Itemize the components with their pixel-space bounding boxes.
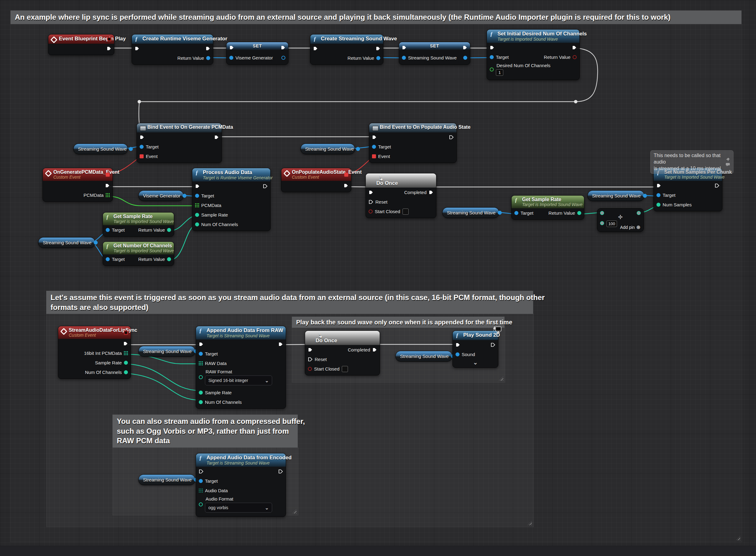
variable-pill-streaming-sound-wave[interactable]: Streaming Sound Wave — [395, 351, 453, 361]
target-pin[interactable] — [372, 145, 376, 149]
comment-title-main[interactable]: An example where lip sync is performed w… — [10, 10, 742, 24]
comment-title-compressed[interactable]: You can also stream audio from a compres… — [112, 415, 298, 448]
start-closed-pin[interactable] — [369, 209, 372, 213]
node-set-viseme-generator[interactable]: SET Viseme Generator — [226, 42, 289, 65]
exec-out-pin[interactable] — [123, 341, 128, 346]
sample-rate-pin[interactable] — [199, 391, 203, 394]
node-onpopulateaudiostate-event[interactable]: OnPopulateAudioState_Event Custom Event — [281, 168, 351, 192]
node-play-sound-2d[interactable]: ƒ Play Sound 2D Sound ⌄ — [453, 331, 498, 368]
node-set-streaming-sound-wave[interactable]: SET Streaming Sound Wave — [399, 42, 470, 65]
divide-b-input[interactable]: 100 — [606, 220, 617, 227]
variable-out-pin[interactable] — [498, 211, 502, 215]
return-value-pin[interactable] — [376, 56, 380, 60]
node-set-num-samples-per-chunk[interactable]: ƒ Set Num Samples Per Chunk Target is Im… — [653, 168, 722, 211]
audio-format-pin[interactable] — [199, 502, 203, 507]
node-append-audio-data-from-encoded[interactable]: ƒ Append Audio Data from Encoded Target … — [196, 453, 286, 517]
node-set-initial-desired-num-of-channels[interactable]: ƒ Set Initial Desired Num Of Channels Ta… — [487, 29, 580, 80]
target-pin[interactable] — [514, 211, 518, 215]
exec-out-pin[interactable] — [343, 183, 348, 188]
exec-out-pin[interactable] — [572, 45, 577, 50]
node-divide[interactable]: 100 ÷ Add pin⊕ — [597, 208, 644, 232]
pin-icon[interactable] — [726, 158, 730, 162]
return-value-pin[interactable] — [167, 257, 171, 261]
sample-rate-pin[interactable] — [124, 361, 128, 365]
return-value-pin[interactable] — [577, 211, 581, 215]
exec-in-pin[interactable] — [199, 469, 203, 474]
exec-in-pin[interactable] — [369, 190, 373, 195]
variable-pill-streaming-sound-wave[interactable]: Streaming Sound Wave — [138, 474, 195, 485]
target-pin[interactable] — [656, 193, 660, 197]
node-process-audio-data[interactable]: ƒ Process Audio Data Target is Runtime V… — [192, 168, 271, 231]
exec-out-pin[interactable] — [449, 135, 454, 140]
exec-out-pin[interactable] — [278, 342, 283, 347]
raw-data-array-pin[interactable] — [199, 361, 203, 365]
exec-in-pin[interactable] — [402, 45, 406, 50]
variable-pill-streaming-sound-wave[interactable]: Streaming Sound Wave — [73, 143, 128, 154]
num-samples-pin[interactable] — [656, 203, 660, 207]
num-of-channels-pin[interactable] — [124, 370, 128, 374]
target-pin[interactable] — [199, 479, 203, 483]
exec-out-pin[interactable] — [715, 183, 719, 188]
return-value-pin[interactable] — [572, 55, 577, 59]
exec-out-pin[interactable] — [105, 183, 110, 188]
target-pin[interactable] — [195, 194, 199, 198]
completed-exec-pin[interactable] — [429, 190, 433, 195]
node-do-once-1[interactable]: 1➜ Do Once Completed Reset Start Closed — [365, 173, 436, 218]
delegate-pin[interactable] — [106, 173, 110, 176]
node-create-streaming-sound-wave[interactable]: ƒ Create Streaming Sound Wave Return Val… — [310, 34, 384, 65]
return-value-pin[interactable] — [167, 228, 171, 232]
event-delegate-pin[interactable] — [372, 154, 376, 158]
variable-pill-streaming-sound-wave[interactable]: Streaming Sound Wave — [300, 143, 355, 154]
target-pin[interactable] — [106, 228, 110, 232]
exec-out-pin[interactable] — [214, 135, 219, 140]
node-get-sample-rate-2[interactable]: ƒ Get Sample Rate Target is Imported Sou… — [511, 195, 584, 220]
exec-in-pin[interactable] — [490, 45, 494, 50]
exec-in-pin[interactable] — [313, 46, 318, 51]
raw-format-pin[interactable] — [199, 375, 203, 379]
node-streamaudiodataforlipsync-event[interactable]: StreamAudioDataForLipSync Custom Event 1… — [58, 326, 131, 379]
delegate-pin[interactable] — [107, 37, 111, 41]
exec-out-pin[interactable] — [463, 45, 467, 50]
target-pin[interactable] — [199, 352, 203, 356]
audio-data-array-pin[interactable] — [199, 489, 203, 492]
variable-pill-streaming-sound-wave[interactable]: Streaming Sound Wave — [138, 346, 195, 357]
exec-out-pin[interactable] — [376, 46, 380, 51]
node-get-number-of-channels[interactable]: ƒ Get Number Of Channels Target is Impor… — [103, 242, 174, 266]
sample-rate-pin[interactable] — [195, 213, 199, 217]
value-in-pin[interactable] — [229, 56, 233, 60]
add-pin-button[interactable]: Add pin⊕ — [620, 225, 640, 230]
expand-chevron-icon[interactable]: ⌄ — [473, 360, 478, 365]
pcmdata-array-pin[interactable] — [195, 203, 199, 207]
target-pin[interactable] — [140, 145, 143, 149]
desired-num-of-channels-input[interactable]: 1 — [496, 69, 503, 76]
completed-exec-pin[interactable] — [372, 347, 377, 352]
comment-title-stream[interactable]: Let's assume this event is triggered as … — [46, 291, 533, 314]
node-get-sample-rate-1[interactable]: ƒ Get Sample Rate Target is Imported Sou… — [103, 212, 174, 237]
target-pin[interactable] — [106, 257, 110, 261]
start-closed-pin[interactable] — [308, 367, 312, 371]
node-event-begin-play[interactable]: Event Blueprint Begin Play — [48, 34, 114, 55]
exec-out-pin[interactable] — [107, 46, 111, 51]
return-value-pin[interactable] — [206, 56, 210, 60]
node-do-once-2[interactable]: 1➜ Do Once Completed Reset Start Closed — [305, 331, 380, 376]
variable-out-pin[interactable] — [356, 147, 360, 151]
exec-out-pin[interactable] — [205, 46, 210, 51]
node-append-audio-data-from-raw[interactable]: ƒ Append Audio Data From RAW Target is S… — [196, 326, 286, 409]
variable-pill-streaming-sound-wave[interactable]: Streaming Sound Wave — [38, 237, 95, 248]
exec-out-pin[interactable] — [263, 184, 267, 188]
reset-exec-pin[interactable] — [369, 200, 373, 204]
reset-exec-pin[interactable] — [308, 357, 313, 361]
node-bind-event-on-populate-audio-state[interactable]: Bind Event to On Populate Audio State Ta… — [369, 123, 457, 163]
variable-out-pin[interactable] — [94, 241, 98, 245]
event-delegate-pin[interactable] — [140, 154, 143, 158]
exec-out-pin[interactable] — [278, 469, 283, 474]
node-ongeneratepcmdata-event[interactable]: OnGeneratePCMData_Event Custom Event PCM… — [42, 168, 113, 202]
delegate-pin[interactable] — [124, 331, 128, 335]
comment-title-playback[interactable]: Play back the sound wave only once when … — [292, 317, 504, 328]
exec-in-pin[interactable] — [195, 184, 200, 188]
pcmdata-array-pin[interactable] — [106, 193, 110, 197]
variable-pill-streaming-sound-wave[interactable]: Streaming Sound Wave — [587, 190, 645, 201]
node-bind-event-on-generate-pcmdata[interactable]: Bind Event to On Generate PCMData Target… — [136, 123, 222, 163]
exec-out-pin[interactable] — [491, 343, 495, 347]
divide-input-b-pin[interactable] — [600, 221, 604, 225]
